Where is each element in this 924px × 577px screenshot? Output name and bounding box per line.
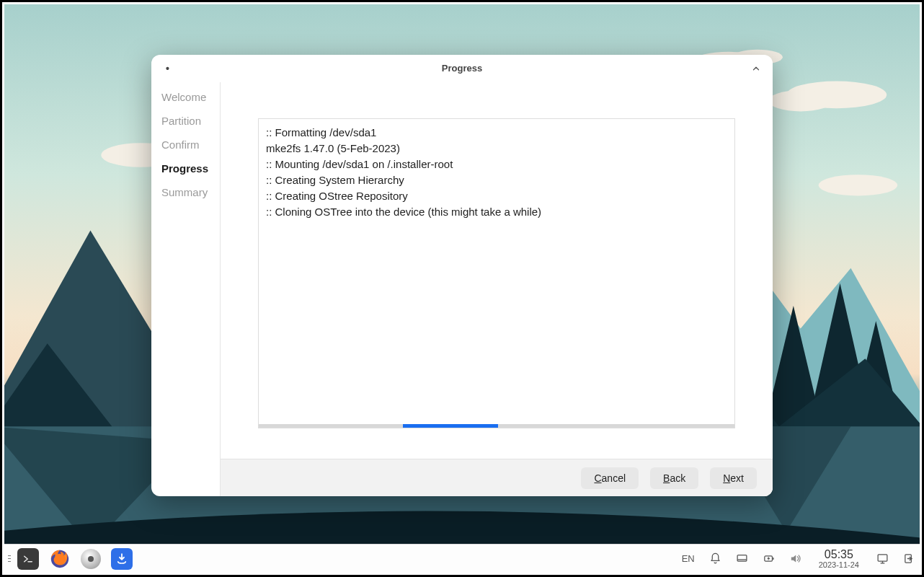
- clock-date: 2023-11-24: [819, 560, 859, 569]
- launcher-firefox[interactable]: [49, 548, 71, 570]
- svg-rect-14: [773, 558, 773, 560]
- collapse-icon[interactable]: [751, 63, 761, 74]
- sidebar-step-summary[interactable]: Summary: [161, 186, 210, 198]
- window-titlebar[interactable]: • Progress: [151, 55, 773, 82]
- tray-desktop-icon[interactable]: [736, 552, 748, 565]
- tray-volume-icon[interactable]: [789, 552, 801, 565]
- progress-bar: [258, 424, 735, 428]
- tray-lang[interactable]: EN: [682, 553, 695, 564]
- svg-rect-11: [737, 555, 747, 562]
- tray-screen-icon[interactable]: [876, 552, 889, 565]
- tray-logout-icon[interactable]: [903, 552, 915, 565]
- svg-rect-16: [878, 555, 887, 561]
- progress-bar-chunk: [403, 424, 498, 428]
- svg-marker-15: [767, 557, 770, 561]
- window-title: Progress: [442, 63, 482, 74]
- tray-battery-icon[interactable]: [763, 552, 775, 565]
- system-tray: EN 05:35 2023-11-24: [682, 548, 915, 570]
- cancel-button[interactable]: Cancel: [581, 467, 639, 489]
- sidebar-step-confirm[interactable]: Confirm: [161, 138, 210, 151]
- sidebar-steps: Welcome Partition Confirm Progress Summa…: [151, 82, 221, 496]
- back-button[interactable]: Back: [650, 467, 698, 489]
- launcher-downloader[interactable]: [111, 548, 133, 570]
- window-menu-dot[interactable]: •: [166, 63, 169, 74]
- sidebar-step-partition[interactable]: Partition: [161, 115, 210, 127]
- sidebar-step-progress[interactable]: Progress: [161, 162, 210, 175]
- clock-time: 05:35: [825, 548, 853, 561]
- tray-notifications-icon[interactable]: [709, 552, 721, 565]
- launcher-disks[interactable]: [81, 549, 101, 569]
- svg-point-7: [819, 175, 897, 195]
- progress-log: :: Formatting /dev/sda1 mke2fs 1.47.0 (5…: [258, 118, 735, 424]
- wizard-footer: Cancel Back Next: [221, 459, 773, 496]
- taskbar-grip[interactable]: [6, 555, 13, 562]
- sidebar-step-welcome[interactable]: Welcome: [161, 91, 210, 103]
- svg-point-4: [768, 90, 833, 111]
- taskbar-launchers: [17, 548, 133, 570]
- tray-clock[interactable]: 05:35 2023-11-24: [819, 548, 859, 570]
- installer-window: • Progress Welcome Partition Confirm Pro…: [151, 55, 773, 496]
- taskbar: EN 05:35 2023-11-24: [4, 544, 920, 573]
- launcher-terminal[interactable]: [17, 548, 39, 570]
- next-button[interactable]: Next: [710, 467, 757, 489]
